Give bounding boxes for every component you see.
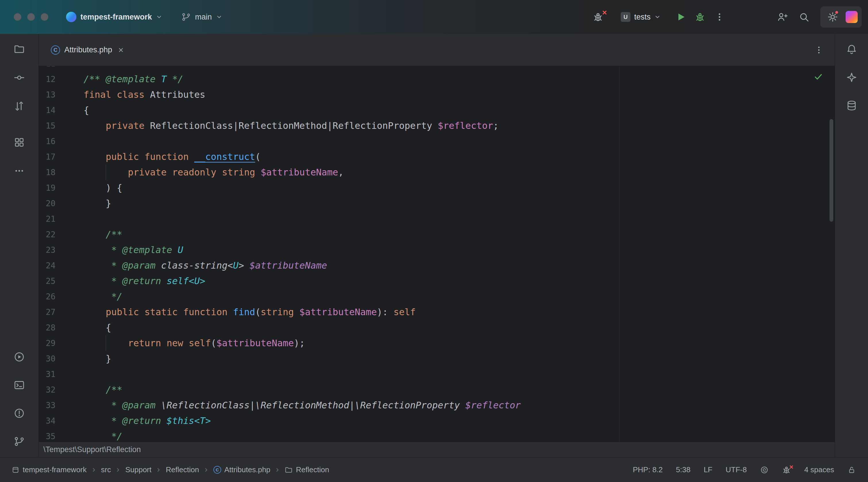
lock-icon[interactable] xyxy=(847,465,856,474)
code-line[interactable]: 12/** @template T */ xyxy=(39,71,835,87)
notifications-tool-button[interactable] xyxy=(844,41,860,57)
commit-tool-button[interactable] xyxy=(11,69,27,86)
code-line[interactable]: 19 ) { xyxy=(39,180,835,196)
code-editor[interactable]: 1112/** @template T */13final class Attr… xyxy=(39,66,835,442)
code-line[interactable]: 16 xyxy=(39,134,835,149)
version-control-tool-button[interactable] xyxy=(11,433,27,450)
tab-attributes-php[interactable]: C Attributes.php xyxy=(46,34,129,66)
close-tab-icon[interactable] xyxy=(118,47,124,53)
line-number[interactable]: 20 xyxy=(39,199,56,208)
line-number[interactable]: 25 xyxy=(39,276,56,286)
code-line[interactable]: 17 public function __construct( xyxy=(39,149,835,165)
code-line[interactable]: 28 { xyxy=(39,320,835,335)
line-number[interactable]: 31 xyxy=(39,370,56,379)
project-selector[interactable]: tempest-framework xyxy=(61,9,167,25)
code-line[interactable]: 25 * @return self<U> xyxy=(39,273,835,289)
run-tool-window-button[interactable] xyxy=(11,349,27,365)
code-text: final class Attributes xyxy=(56,87,835,103)
titlebar: tempest-framework main × xyxy=(0,0,868,34)
line-number[interactable]: 18 xyxy=(39,168,56,177)
breadcrumb-class[interactable]: Reflection xyxy=(285,465,329,474)
code-line[interactable]: 35 */ xyxy=(39,428,835,442)
code-with-me-button[interactable] xyxy=(774,9,790,25)
close-window-button[interactable] xyxy=(14,13,21,21)
line-number[interactable]: 34 xyxy=(39,416,56,426)
ai-assistant-tool-button[interactable] xyxy=(844,69,860,85)
line-number[interactable]: 11 xyxy=(39,66,56,68)
breadcrumb-file[interactable]: C Attributes.php xyxy=(213,465,270,474)
ai-assistant-status-icon[interactable] xyxy=(760,465,769,474)
run-button[interactable] xyxy=(673,9,689,25)
line-number[interactable]: 16 xyxy=(39,137,56,146)
minimize-window-button[interactable] xyxy=(27,13,35,21)
line-number[interactable]: 30 xyxy=(39,354,56,364)
line-number[interactable]: 29 xyxy=(39,339,56,348)
line-number[interactable]: 26 xyxy=(39,292,56,302)
line-separator-widget[interactable]: LF xyxy=(704,465,712,474)
code-line[interactable]: 22 /** xyxy=(39,227,835,242)
code-line[interactable]: 29 return new self($attributeName); xyxy=(39,335,835,351)
line-number[interactable]: 28 xyxy=(39,323,56,333)
line-number[interactable]: 22 xyxy=(39,230,56,239)
debug-button[interactable] xyxy=(692,9,708,25)
maximize-window-button[interactable] xyxy=(41,13,48,21)
line-number[interactable]: 19 xyxy=(39,183,56,193)
code-line[interactable]: 34 * @return $this<T> xyxy=(39,413,835,428)
code-line[interactable]: 15 private ReflectionClass|ReflectionMet… xyxy=(39,118,835,134)
branch-selector[interactable]: main xyxy=(177,9,227,25)
line-number[interactable]: 13 xyxy=(39,90,56,100)
code-line[interactable]: 24 * @param class-string<U> $attributeNa… xyxy=(39,258,835,273)
indent-widget[interactable]: 4 spaces xyxy=(804,465,834,474)
more-actions-button[interactable] xyxy=(711,9,728,25)
tab-options-button[interactable] xyxy=(811,42,827,58)
breadcrumb-src[interactable]: src xyxy=(101,465,111,474)
encoding-widget[interactable]: UTF-8 xyxy=(725,465,747,474)
project-tool-button[interactable] xyxy=(11,41,27,57)
line-number[interactable]: 12 xyxy=(39,75,56,84)
line-number[interactable]: 32 xyxy=(39,385,56,395)
code-line[interactable]: 23 * @template U xyxy=(39,242,835,258)
red-cross-badge: × xyxy=(789,463,793,471)
settings-gear-button[interactable] xyxy=(824,9,841,25)
caret-position-widget[interactable]: 5:38 xyxy=(676,465,690,474)
code-line[interactable]: 13final class Attributes xyxy=(39,87,835,103)
inspections-ok-icon[interactable] xyxy=(813,72,823,83)
terminal-tool-button[interactable] xyxy=(11,377,27,393)
code-line[interactable]: 30 } xyxy=(39,351,835,366)
more-tool-windows-button[interactable] xyxy=(11,163,27,179)
line-number[interactable]: 27 xyxy=(39,307,56,317)
line-number[interactable]: 15 xyxy=(39,121,56,131)
php-version-widget[interactable]: PHP: 8.2 xyxy=(633,465,663,474)
namespace-breadcrumb[interactable]: \Tempest\Support\Reflection xyxy=(43,445,141,454)
code-line[interactable]: 32 /** xyxy=(39,382,835,397)
breadcrumb-project[interactable]: tempest-framework xyxy=(11,465,87,474)
breadcrumb-support[interactable]: Support xyxy=(125,465,151,474)
line-number[interactable]: 35 xyxy=(39,432,56,441)
line-number[interactable]: 17 xyxy=(39,152,56,162)
editor-scrollbar[interactable] xyxy=(830,119,833,222)
debug-listener-disabled-button[interactable]: × xyxy=(590,9,606,25)
code-line[interactable]: 11 xyxy=(39,66,835,71)
line-number[interactable]: 33 xyxy=(39,401,56,410)
search-everywhere-button[interactable] xyxy=(796,9,812,25)
code-line[interactable]: 33 * @param \ReflectionClass|\Reflection… xyxy=(39,397,835,413)
line-number[interactable]: 24 xyxy=(39,261,56,270)
code-line[interactable]: 21 xyxy=(39,211,835,227)
debugger-status-icon[interactable]: × xyxy=(782,465,791,475)
line-number[interactable]: 21 xyxy=(39,214,56,224)
pull-requests-tool-button[interactable] xyxy=(11,98,27,114)
structure-tool-button[interactable] xyxy=(11,134,27,150)
database-tool-button[interactable] xyxy=(844,97,860,114)
line-number[interactable]: 14 xyxy=(39,106,56,115)
code-line[interactable]: 27 public static function find(string $a… xyxy=(39,304,835,320)
line-number[interactable]: 23 xyxy=(39,245,56,255)
problems-tool-button[interactable] xyxy=(11,405,27,421)
run-config-selector[interactable]: U tests xyxy=(621,12,661,22)
breadcrumb-reflection[interactable]: Reflection xyxy=(166,465,199,474)
code-line[interactable]: 20 } xyxy=(39,196,835,211)
code-line[interactable]: 14{ xyxy=(39,103,835,118)
code-text: * @param class-string<U> $attributeName xyxy=(56,258,835,273)
code-line[interactable]: 18 private readonly string $attributeNam… xyxy=(39,165,835,180)
code-line[interactable]: 26 */ xyxy=(39,289,835,304)
code-line[interactable]: 31 xyxy=(39,366,835,382)
